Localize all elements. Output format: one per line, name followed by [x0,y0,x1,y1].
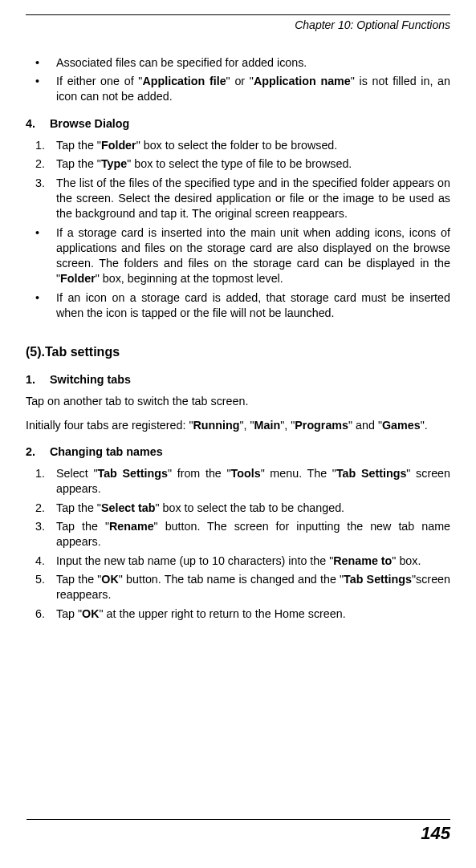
list-item-content: Input the new tab name (up to 10 charact… [56,554,450,569]
list-marker: 1. [26,138,56,153]
section-number: 4. [26,116,50,132]
section-label: Switching tabs [50,372,131,387]
list-item-content: If either one of "Application file" or "… [56,74,450,105]
switching-tabs-heading: 1. Switching tabs [26,372,450,387]
list-marker: 6. [26,606,56,622]
list-item: 1.Tap the "Folder" box to select the fol… [26,138,450,153]
list-marker: • [26,290,56,322]
browse-dialog-list: 1.Tap the "Folder" box to select the fol… [26,138,450,321]
list-item-content: The list of the files of the specified t… [56,176,450,222]
browse-dialog-heading: 4. Browse Dialog [26,116,450,132]
list-item: 3.Tap the "Rename" button. The screen fo… [26,519,450,550]
list-item: 4.Input the new tab name (up to 10 chara… [26,554,450,569]
list-marker: • [26,55,56,71]
section-number: 2. [26,444,50,460]
list-marker: 3. [26,519,56,550]
list-item: 5.Tap the "OK" button. The tab name is c… [26,572,450,603]
section-number: 1. [26,372,50,387]
list-item-content: Tap the "Select tab" box to select the t… [56,501,450,516]
list-item: •If either one of "Application file" or … [26,74,450,105]
list-marker: 2. [26,156,56,172]
list-item: 3.The list of the files of the specified… [26,176,450,222]
list-item-content: Select "Tab Settings" from the "Tools" m… [56,466,450,497]
page-number: 145 [26,819,450,846]
list-marker: 1. [26,466,56,497]
top-bullet-list: •Associated files can be specified for a… [26,55,450,105]
list-marker: • [26,225,56,287]
list-item-content: Associated files can be specified for ad… [56,55,450,71]
list-item: •If an icon on a storage card is added, … [26,290,450,322]
list-item: •Associated files can be specified for a… [26,55,450,71]
list-marker: 5. [26,572,56,603]
list-item-content: Tap the "Type" box to select the type of… [56,156,450,172]
list-item: 2.Tap the "Select tab" box to select the… [26,501,450,516]
changing-tab-names-list: 1.Select "Tab Settings" from the "Tools"… [26,466,450,622]
list-item-content: Tap the "OK" button. The tab name is cha… [56,572,450,603]
list-marker: • [26,74,56,105]
section-label: Changing tab names [50,444,163,460]
tab-settings-heading: (5).Tab settings [26,343,450,361]
list-marker: 4. [26,554,56,569]
changing-tab-names-heading: 2. Changing tab names [26,444,450,460]
list-item-content: If a storage card is inserted into the m… [56,225,450,287]
list-marker: 2. [26,501,56,516]
list-item: 6.Tap "OK" at the upper right to return … [26,606,450,622]
list-item-content: If an icon on a storage card is added, t… [56,290,450,322]
switching-paragraph-1: Tap on another tab to switch the tab scr… [26,394,450,409]
list-item: 2.Tap the "Type" box to select the type … [26,156,450,172]
chapter-header: Chapter 10: Optional Functions [26,18,450,33]
section-label: Browse Dialog [50,116,129,132]
list-marker: 3. [26,176,56,222]
list-item: •If a storage card is inserted into the … [26,225,450,287]
list-item-content: Tap the "Rename" button. The screen for … [56,519,450,550]
switching-paragraph-2: Initially four tabs are registered: "Run… [26,418,450,433]
list-item: 1.Select "Tab Settings" from the "Tools"… [26,466,450,497]
list-item-content: Tap "OK" at the upper right to return to… [56,606,450,622]
list-item-content: Tap the "Folder" box to select the folde… [56,138,450,153]
